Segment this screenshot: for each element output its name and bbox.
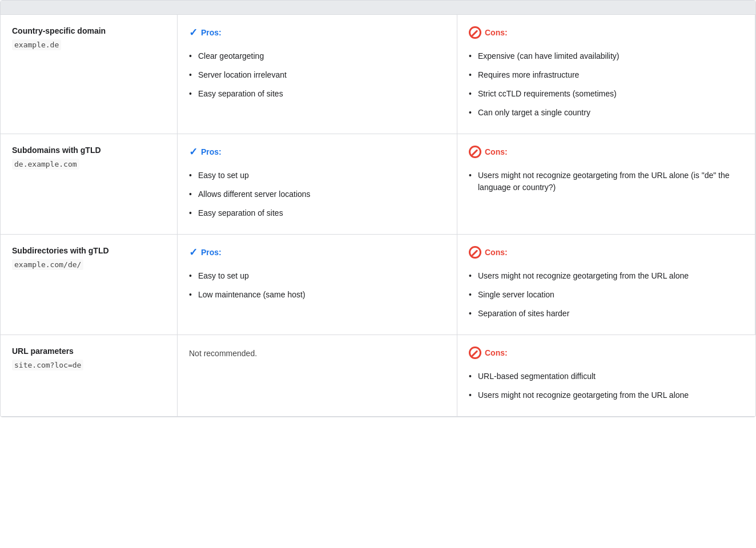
cons-label: Cons: [469,346,744,359]
row-subdirectories-gtld-name-cell: Subdirectories with gTLD example.com/de/ [1,235,178,335]
row-code: example.com/de/ [12,259,83,270]
row-url-parameters-cons-cell: Cons: URL-based segmentation difficultUs… [457,335,755,417]
check-icon: ✓ [189,246,198,259]
cons-item: Requires more infrastructure [469,66,743,84]
row-subdirectories-gtld-pros-cell: ✓ Pros: Easy to set upLow maintenance (s… [178,235,457,335]
row-subdomains-gtld-pros-cell: ✓ Pros: Easy to set upAllows different s… [178,134,457,235]
pros-text: Pros: [201,147,222,156]
cons-item: Strict ccTLD requirements (sometimes) [469,84,743,103]
cons-label: Cons: [469,146,743,158]
pros-item: Clear geotargeting [189,47,445,66]
cons-text: Cons: [485,248,508,257]
pros-item: Easy separation of sites [189,84,445,103]
cons-label: Cons: [469,26,743,39]
cons-item: URL-based segmentation difficult [469,367,744,386]
pros-item: Easy separation of sites [189,204,445,223]
pros-label: ✓ Pros: [189,146,445,158]
row-country-domain-name-cell: Country-specific domain example.de [1,15,178,134]
pros-item: Easy to set up [189,267,445,285]
pros-label: ✓ Pros: [189,246,445,259]
cons-label: Cons: [469,246,743,259]
pros-list: Easy to set upAllows different server lo… [189,166,445,223]
row-name: Country-specific domain [12,26,166,35]
cons-list: Users might not recognize geotargeting f… [469,166,743,197]
cons-item: Can only target a single country [469,103,743,122]
cons-list: Users might not recognize geotargeting f… [469,267,743,323]
row-url-parameters-name-cell: URL parameters site.com?loc=de [1,335,178,417]
cons-item: Separation of sites harder [469,304,743,323]
no-icon [469,246,481,259]
row-name: Subdomains with gTLD [12,146,166,155]
pros-item: Server location irrelevant [189,66,445,84]
row-code: de.example.com [12,159,79,170]
row-url-parameters-pros-cell: Not recommended. [178,335,457,417]
cons-item: Users might not recognize geotargeting f… [469,267,743,285]
row-subdomains-gtld-name-cell: Subdomains with gTLD de.example.com [1,134,178,235]
cons-list: Expensive (can have limited availability… [469,47,743,122]
pros-text: Pros: [201,248,222,257]
pros-item: Easy to set up [189,166,445,185]
cons-text: Cons: [485,147,508,156]
check-icon: ✓ [189,26,198,39]
cons-text: Cons: [485,348,508,357]
cons-list: URL-based segmentation difficultUsers mi… [469,367,744,405]
row-country-domain-pros-cell: ✓ Pros: Clear geotargetingServer locatio… [178,15,457,134]
check-icon: ✓ [189,146,198,158]
not-recommended-label: Not recommended. [189,346,445,358]
row-subdirectories-gtld-cons-cell: Cons: Users might not recognize geotarge… [457,235,755,335]
row-code: example.de [12,39,61,50]
cons-text: Cons: [485,28,508,37]
url-structure-table: Country-specific domain example.de ✓ Pro… [0,0,756,417]
row-name: Subdirectories with gTLD [12,246,166,255]
pros-list: Clear geotargetingServer location irrele… [189,47,445,103]
row-subdomains-gtld-cons-cell: Cons: Users might not recognize geotarge… [457,134,755,235]
pros-item: Allows different server locations [189,185,445,204]
no-icon [469,26,481,39]
table-grid: Country-specific domain example.de ✓ Pro… [1,15,755,417]
pros-label: ✓ Pros: [189,26,445,39]
row-country-domain-cons-cell: Cons: Expensive (can have limited availa… [457,15,755,134]
pros-item: Low maintenance (same host) [189,285,445,304]
row-name: URL parameters [12,346,166,356]
pros-list: Easy to set upLow maintenance (same host… [189,267,445,304]
no-icon [469,346,481,359]
pros-text: Pros: [201,28,222,37]
cons-item: Expensive (can have limited availability… [469,47,743,66]
row-code: site.com?loc=de [12,360,83,370]
cons-item: Single server location [469,285,743,304]
table-title [1,1,755,15]
no-icon [469,146,481,158]
cons-item: Users might not recognize geotargeting f… [469,386,744,405]
cons-item: Users might not recognize geotargeting f… [469,166,743,197]
